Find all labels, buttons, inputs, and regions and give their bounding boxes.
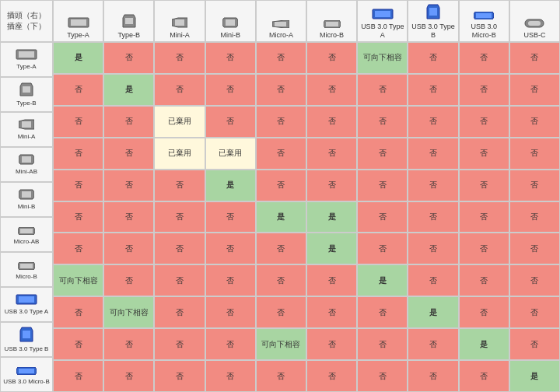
svg-rect-13 (20, 264, 33, 268)
grid-cell: 否 (256, 170, 306, 201)
usb3-type-b-col-label: USB 3.0 Type B (410, 23, 456, 40)
grid-cell: 否 (103, 138, 154, 170)
grid-cell: 否 (103, 170, 154, 201)
grid-cell: 是 (306, 201, 357, 233)
grid-cell: 否 (103, 360, 154, 392)
grid-cell: 否 (256, 264, 306, 296)
grid-cell: 已棄用 (205, 138, 256, 170)
grid-cell: 否 (53, 328, 103, 360)
grid-cell: 否 (154, 42, 205, 74)
grid-row: 否是否否否否否否否否 (53, 74, 560, 106)
grid-cell: 否 (306, 138, 357, 170)
grid-cell: 否 (357, 170, 408, 201)
grid-cell: 是 (53, 42, 103, 74)
grid-cell: 可向下相容 (357, 42, 408, 74)
svg-rect-11 (20, 229, 33, 233)
grid-cell: 否 (459, 360, 509, 392)
col-header-micro-b: Micro-B (306, 0, 357, 42)
grid-cell: 否 (256, 233, 306, 264)
micro-b-col-icon (324, 19, 341, 31)
micro-ab-row-icon (18, 224, 35, 238)
grid-cell: 否 (306, 360, 357, 392)
grid-cell: 是 (357, 264, 408, 296)
grid-cell: 否 (357, 296, 408, 328)
grid-cell: 否 (459, 170, 509, 201)
micro-b-row-icon (18, 259, 35, 273)
grid-cell: 否 (509, 328, 560, 360)
mini-a-col-icon (172, 17, 187, 31)
grid-cell: 否 (306, 170, 357, 201)
left-header: 插頭（右）插座（下） Type-AType-BMini-AMini-ABMini… (0, 0, 53, 392)
grid-cell: 否 (509, 170, 560, 201)
grid-cell: 否 (256, 360, 306, 392)
grid-cell: 否 (306, 264, 357, 296)
col-header-usb3-type-a: USB 3.0 Type A (357, 0, 408, 42)
grid-cell: 是 (459, 328, 509, 360)
grid-cell: 否 (459, 264, 509, 296)
row-label-mini-b: Mini-B (0, 182, 53, 217)
grid-cell: 否 (408, 170, 458, 201)
mini-a-col-label: Mini-A (170, 31, 190, 40)
mini-ab-row-label: Mini-AB (16, 169, 37, 176)
col-header-usb-c: USB-C (509, 0, 560, 42)
grid-cell: 否 (103, 264, 154, 296)
grid-cell: 是 (408, 296, 458, 328)
usb3-type-b-col-icon (426, 4, 440, 23)
usb3-type-a-row-icon (16, 294, 37, 308)
usb3-type-a-col-label: USB 3.0 Type A (359, 23, 405, 40)
type-b-row-icon (19, 82, 33, 100)
grid-cell: 否 (256, 138, 306, 170)
grid-cell: 否 (357, 233, 408, 264)
grid-cell: 否 (53, 170, 103, 201)
grid-cell: 否 (306, 42, 357, 74)
svg-rect-25 (125, 18, 133, 24)
grid-cell: 否 (205, 264, 256, 296)
grid-cell: 否 (408, 360, 458, 392)
grid-cell: 否 (509, 74, 560, 106)
grid-cell: 否 (306, 296, 357, 328)
grid-cell: 否 (408, 264, 458, 296)
mini-a-row-label: Mini-A (18, 134, 36, 141)
mini-b-col-label: Mini-B (220, 31, 240, 40)
svg-rect-33 (326, 22, 338, 26)
main-container: 插頭（右）插座（下） Type-AType-BMini-AMini-ABMini… (0, 0, 560, 392)
svg-rect-15 (19, 296, 34, 303)
grid-cell: 否 (53, 74, 103, 106)
grid-cell: 否 (53, 106, 103, 138)
type-a-col-label: Type-A (67, 31, 89, 40)
grid-row: 是否否否否否可向下相容否否否 (53, 42, 560, 74)
grid-cell: 否 (103, 201, 154, 233)
grid-row: 否可向下相容否否否否否是否否 (53, 296, 560, 328)
grid-cell: 否 (357, 328, 408, 360)
grid-cell: 否 (205, 201, 256, 233)
grid-cell: 否 (408, 138, 458, 170)
usb3-type-b-row-label: USB 3.0 Type B (5, 346, 49, 353)
col-header-mini-a: Mini-A (154, 0, 205, 42)
svg-rect-5 (22, 121, 31, 128)
type-b-row-label: Type-B (16, 100, 36, 107)
grid-cell: 否 (103, 42, 154, 74)
grid-row: 否否否否否是否否否否 (53, 233, 560, 264)
grid-cell: 否 (459, 138, 509, 170)
col-header-type-a: Type-A (53, 0, 103, 42)
row-label-usb3-type-b: USB 3.0 Type B (0, 322, 53, 357)
grid-cell: 是 (306, 233, 357, 264)
grid-cell: 否 (205, 74, 256, 106)
grid-cell: 否 (459, 233, 509, 264)
mini-ab-row-icon (19, 154, 34, 168)
usb3-type-b-row-icon (19, 327, 33, 345)
col-header-usb3-micro-b: USB 3.0 Micro-B (459, 0, 509, 42)
svg-rect-27 (175, 19, 184, 26)
grid-cell: 否 (205, 106, 256, 138)
grid-cell: 否 (459, 42, 509, 74)
grid-cell: 否 (103, 328, 154, 360)
grid-cell: 否 (357, 138, 408, 170)
grid-cell: 否 (205, 360, 256, 392)
grid-cell: 否 (256, 296, 306, 328)
usb3-micro-b-col-icon (474, 10, 494, 23)
grid-cell: 否 (205, 42, 256, 74)
type-a-row-icon (16, 49, 37, 63)
grid-cell: 否 (509, 264, 560, 296)
grid-cell: 否 (408, 328, 458, 360)
mini-b-col-icon (222, 17, 238, 31)
